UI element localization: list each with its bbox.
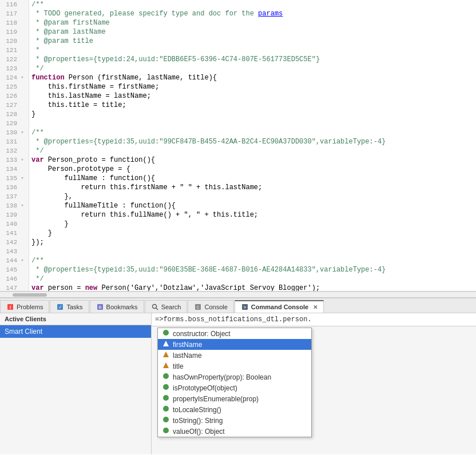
search-icon: [151, 303, 159, 311]
autocomplete-item[interactable]: valueOf(): Object: [158, 426, 311, 437]
scrollbar-thumb[interactable]: [13, 293, 47, 297]
code-line[interactable]: this.title = title;: [31, 101, 474, 110]
tab-problems[interactable]: !Problems: [0, 300, 49, 313]
fold-icon[interactable]: ▿: [19, 203, 25, 209]
svg-text:✓: ✓: [58, 305, 62, 310]
autocomplete-item[interactable]: toString(): String: [158, 415, 311, 426]
code-line[interactable]: var Person_proto = function(){: [31, 155, 474, 165]
code-line[interactable]: }: [31, 229, 474, 238]
code-line[interactable]: */: [31, 274, 474, 284]
autocomplete-item[interactable]: propertyIsEnumerable(prop): [158, 393, 311, 404]
code-line[interactable]: * @properties={typeid:35,uuid:"99CF847B-…: [31, 137, 474, 146]
code-line[interactable]: [31, 247, 474, 256]
code-line[interactable]: * @param title: [31, 37, 474, 46]
line-number: 142: [3, 238, 25, 247]
code-line[interactable]: },: [31, 192, 474, 201]
autocomplete-dropdown[interactable]: constructor: ObjectfirstNamelastNametitl…: [157, 328, 312, 437]
code-line[interactable]: function Person (firstName, lastName, ti…: [31, 73, 474, 82]
line-number: 129: [3, 119, 25, 128]
svg-point-12: [163, 330, 169, 336]
code-line[interactable]: */: [31, 64, 474, 73]
autocomplete-item-label: valueOf(): Object: [173, 428, 225, 436]
code-line[interactable]: * @properties={typeid:24,uuid:"EDBB6EF5-…: [31, 55, 474, 64]
code-line[interactable]: var person = new Person('Gary','Dotzlaw'…: [31, 284, 474, 291]
code-line[interactable]: [31, 119, 474, 128]
autocomplete-item-icon: [162, 405, 169, 414]
tasks-icon: ✓: [56, 303, 64, 311]
code-line[interactable]: this.lastName = lastName;: [31, 91, 474, 101]
autocomplete-item-icon: [162, 384, 169, 392]
autocomplete-item[interactable]: constructor: Object: [158, 328, 311, 339]
editor-area: 116117118119120121122123124▿125126127128…: [0, 0, 476, 292]
svg-line-7: [156, 308, 158, 310]
svg-text:B: B: [98, 305, 101, 310]
autocomplete-item-label: constructor: Object: [173, 330, 231, 338]
tab-bookmarks[interactable]: BBookmarks: [90, 300, 144, 313]
left-panel: Active Clients Smart Client: [0, 313, 152, 454]
autocomplete-item[interactable]: title: [158, 361, 311, 372]
warning-icon: !: [6, 303, 14, 311]
autocomplete-item[interactable]: hasOwnProperty(prop): Boolean: [158, 372, 311, 382]
tab-label: Command Console: [251, 304, 308, 310]
code-line[interactable]: /**: [31, 128, 474, 137]
code-line[interactable]: * @properties={typeid:35,uuid:"960E35BE-…: [31, 265, 474, 274]
code-line[interactable]: /**: [31, 0, 474, 9]
code-line[interactable]: fullName : function(){: [31, 174, 474, 183]
line-number: 145: [3, 265, 25, 274]
client-list[interactable]: Smart Client: [0, 325, 151, 454]
fold-icon[interactable]: ▿: [19, 175, 25, 181]
tab-search[interactable]: Search: [145, 300, 188, 313]
autocomplete-item[interactable]: lastName: [158, 350, 311, 361]
line-number: 144▿: [3, 256, 25, 265]
code-line[interactable]: fullNameTitle : function(){: [31, 201, 474, 210]
autocomplete-item-label: isPrototypeOf(object): [173, 384, 237, 392]
autocomplete-item[interactable]: isPrototypeOf(object): [158, 382, 311, 393]
code-line[interactable]: }: [31, 110, 474, 119]
code-content[interactable]: /** * TODO generated, please specify typ…: [29, 0, 476, 291]
fold-icon[interactable]: ▿: [19, 258, 25, 264]
code-line[interactable]: * @param lastName: [31, 27, 474, 37]
tab-close-button[interactable]: ✕: [313, 304, 318, 310]
svg-point-21: [163, 428, 169, 433]
code-line[interactable]: Person.prototype = {: [31, 165, 474, 174]
code-line[interactable]: * TODO generated, please specify type an…: [31, 9, 474, 18]
autocomplete-item[interactable]: firstName: [158, 339, 311, 350]
tab-tasks[interactable]: ✓Tasks: [50, 300, 89, 313]
line-number: 147: [3, 284, 25, 291]
autocomplete-item[interactable]: toLocaleString(): [158, 404, 311, 415]
code-line[interactable]: */: [31, 146, 474, 155]
line-number: 127: [3, 101, 25, 110]
code-line[interactable]: return this.fullName() + ", " + this.tit…: [31, 210, 474, 219]
fold-icon[interactable]: ▿: [19, 157, 25, 163]
code-line[interactable]: * @param firstName: [31, 18, 474, 27]
tab-console[interactable]: CConsole: [188, 300, 233, 313]
client-list-item[interactable]: Smart Client: [0, 325, 151, 338]
code-line[interactable]: *: [31, 46, 474, 55]
bookmarks-icon: B: [96, 303, 104, 311]
line-number: 122: [3, 55, 25, 64]
tab-label: Tasks: [66, 304, 82, 310]
code-line[interactable]: /**: [31, 256, 474, 265]
autocomplete-item-label: firstName: [173, 341, 202, 349]
panel-content: Active Clients Smart Client =>forms.boss…: [0, 313, 476, 454]
code-line[interactable]: });: [31, 238, 474, 247]
line-number: 126: [3, 91, 25, 101]
fold-icon[interactable]: ▿: [19, 130, 25, 135]
command-icon: >: [241, 303, 249, 311]
code-line[interactable]: return this.firstName + " " + this.lastN…: [31, 183, 474, 192]
line-number: 137: [3, 192, 25, 201]
autocomplete-item-label: title: [173, 362, 184, 370]
scrollbar-area[interactable]: [0, 292, 476, 297]
svg-marker-15: [163, 362, 169, 368]
line-number: 125: [3, 82, 25, 91]
svg-point-6: [152, 304, 156, 308]
autocomplete-item-icon: [162, 373, 169, 381]
bottom-panel: !Problems✓TasksBBookmarksSearchCConsole>…: [0, 297, 476, 454]
line-number: 116: [3, 0, 25, 9]
fold-icon[interactable]: ▿: [19, 75, 25, 81]
tab-bar: !Problems✓TasksBBookmarksSearchCConsole>…: [0, 298, 476, 313]
code-line[interactable]: }: [31, 219, 474, 229]
code-line[interactable]: this.firstName = firstName;: [31, 82, 474, 91]
line-number: 136: [3, 183, 25, 192]
tab-command-console[interactable]: >Command Console✕: [235, 300, 324, 313]
